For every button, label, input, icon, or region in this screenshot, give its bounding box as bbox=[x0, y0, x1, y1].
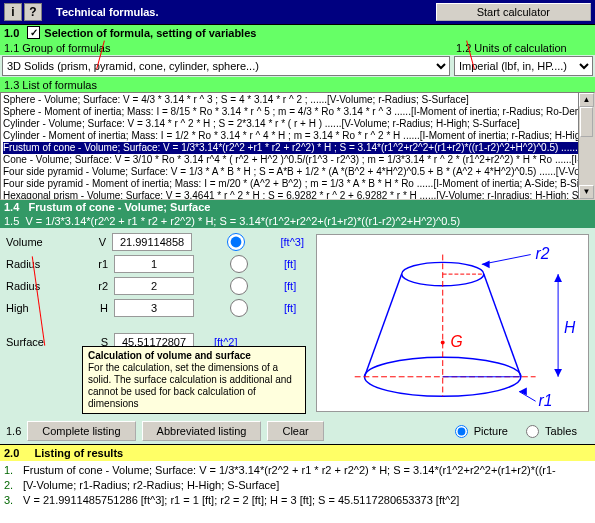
info-icon[interactable]: i bbox=[4, 3, 22, 21]
section-num: 1.4 bbox=[4, 201, 19, 213]
clear-button[interactable]: Clear bbox=[267, 421, 323, 441]
var-label: Radius bbox=[6, 280, 84, 292]
formula-row[interactable]: Cone - Volume; Surface: V = 3/10 * Ro * … bbox=[3, 154, 592, 166]
tables-label: Tables bbox=[545, 425, 577, 437]
formula-row[interactable]: Four side pyramid - Moment of inertia; M… bbox=[3, 178, 592, 190]
scroll-down-icon[interactable]: ▼ bbox=[579, 185, 594, 199]
formula-expression: V = 1/3*3.14*(r2^2 + r1 * r2 + r2^2) * H… bbox=[25, 215, 460, 227]
tooltip-title: Calculation of volume and surface bbox=[88, 350, 251, 361]
label-r1: r1 bbox=[539, 392, 553, 409]
formula-row[interactable]: Hexagonal prism - Volume; Surface: V = 3… bbox=[3, 190, 592, 200]
var-unit: [ft^3] bbox=[280, 236, 304, 248]
formula-list[interactable]: Sphere - Volume; Surface: V = 4/3 * 3.14… bbox=[0, 92, 595, 200]
tables-radio[interactable] bbox=[526, 425, 539, 438]
complete-listing-button[interactable]: Complete listing bbox=[27, 421, 135, 441]
formula-row[interactable]: Four side pyramid - Volume; Surface: V =… bbox=[3, 166, 592, 178]
svg-marker-9 bbox=[554, 274, 562, 282]
app-title: Technical formulas. bbox=[56, 6, 436, 18]
section-1-1: 1.1 Group of formulas bbox=[0, 40, 452, 55]
formula-row[interactable]: Frustum of cone - Volume; Surface: V = 1… bbox=[3, 142, 592, 154]
var-input[interactable] bbox=[114, 277, 194, 295]
var-radio[interactable] bbox=[199, 277, 279, 295]
result-row: 1. Frustum of cone - Volume; Surface: V … bbox=[4, 463, 591, 478]
section-1-3: 1.3 List of formulas bbox=[0, 77, 595, 92]
var-radio[interactable] bbox=[199, 299, 279, 317]
label-H: H bbox=[564, 319, 576, 336]
label-r2: r2 bbox=[536, 245, 550, 262]
variable-row: Radius r1 [ft] bbox=[6, 254, 304, 274]
svg-marker-10 bbox=[554, 369, 562, 377]
var-symbol: H bbox=[84, 302, 114, 314]
var-unit: [ft] bbox=[284, 302, 296, 314]
section-num: 1.0 bbox=[4, 27, 19, 39]
svg-point-11 bbox=[441, 341, 445, 345]
formula-row[interactable]: Sphere - Moment of inertia; Mass: I = 8/… bbox=[3, 106, 592, 118]
var-input[interactable] bbox=[114, 299, 194, 317]
var-radio[interactable] bbox=[199, 255, 279, 273]
section-label: Selection of formula, setting of variabl… bbox=[44, 27, 256, 39]
var-label: Surface bbox=[6, 336, 84, 348]
section-label: Units of calculation bbox=[474, 42, 566, 54]
section-num: 1.2 bbox=[456, 42, 471, 54]
start-calculator-button[interactable]: Start calculator bbox=[436, 3, 591, 21]
section-1-5: 1.5 V = 1/3*3.14*(r2^2 + r1 * r2 + r2^2)… bbox=[0, 214, 595, 228]
variable-row: Radius r2 [ft] bbox=[6, 276, 304, 296]
var-label: High bbox=[6, 302, 84, 314]
section-num: 1.6 bbox=[6, 425, 21, 437]
section-1-4: 1.4 Frustum of cone - Volume; Surface bbox=[0, 200, 595, 214]
section-num: 1.3 bbox=[4, 79, 19, 91]
diagram-panel: r2 r1 H G bbox=[316, 234, 589, 412]
tooltip-body: For the calculation, set the dimensions … bbox=[88, 362, 292, 409]
var-symbol: V bbox=[83, 236, 113, 248]
section-num: 1.1 bbox=[4, 42, 19, 54]
variable-panel: Volume V [ft^3]Radius r1 [ft]Radius r2 [… bbox=[0, 228, 310, 418]
result-row: 3. V = 21.9911485751286 [ft^3]; r1 = 1 [… bbox=[4, 493, 591, 508]
var-input[interactable] bbox=[114, 255, 194, 273]
formula-row[interactable]: Cylinder - Volume; Surface: V = 3.14 * r… bbox=[3, 118, 592, 130]
help-icon[interactable]: ? bbox=[24, 3, 42, 21]
var-symbol: r2 bbox=[84, 280, 114, 292]
variable-row: High H [ft] bbox=[6, 298, 304, 318]
titlebar: i ? Technical formulas. Start calculator bbox=[0, 0, 595, 24]
units-select[interactable]: Imperial (lbf, in, HP....) bbox=[454, 56, 593, 76]
section-label: Group of formulas bbox=[22, 42, 110, 54]
var-symbol: r1 bbox=[84, 258, 114, 270]
var-label: Radius bbox=[6, 258, 84, 270]
tooltip: Calculation of volume and surface For th… bbox=[82, 346, 306, 414]
var-label: Volume bbox=[6, 236, 83, 248]
selected-formula-name: Frustum of cone - Volume; Surface bbox=[28, 201, 210, 213]
picture-label: Picture bbox=[474, 425, 508, 437]
var-radio[interactable] bbox=[197, 233, 275, 251]
formula-row[interactable]: Cylinder - Moment of inertia; Mass: I = … bbox=[3, 130, 592, 142]
var-input[interactable] bbox=[112, 233, 192, 251]
result-row: 2. [V-Volume; r1-Radius; r2-Radius; H-Hi… bbox=[4, 478, 591, 493]
variable-row: Volume V [ft^3] bbox=[6, 232, 304, 252]
section-checkbox[interactable]: ✓ bbox=[27, 26, 40, 39]
section-2-0: 2.0 Listing of results bbox=[0, 444, 595, 461]
section-1-0: 1.0 ✓ Selection of formula, setting of v… bbox=[0, 24, 595, 40]
scroll-up-icon[interactable]: ▲ bbox=[579, 93, 594, 107]
section-label: Listing of results bbox=[35, 447, 124, 459]
variables-area: Volume V [ft^3]Radius r1 [ft]Radius r2 [… bbox=[0, 228, 595, 418]
section-label: List of formulas bbox=[22, 79, 97, 91]
formula-group-select[interactable]: 3D Solids (prism, pyramid, cone, cylinde… bbox=[2, 56, 450, 76]
scroll-thumb[interactable] bbox=[580, 107, 593, 137]
label-G: G bbox=[451, 333, 463, 350]
formula-row[interactable]: Sphere - Volume; Surface: V = 4/3 * 3.14… bbox=[3, 94, 592, 106]
section-1-2: 1.2 Units of calculation bbox=[452, 40, 595, 55]
section-num: 1.5 bbox=[4, 215, 19, 227]
picture-radio[interactable] bbox=[455, 425, 468, 438]
results-list: 1. Frustum of cone - Volume; Surface: V … bbox=[0, 461, 595, 510]
section-num: 2.0 bbox=[4, 447, 19, 459]
scrollbar[interactable]: ▲ ▼ bbox=[578, 93, 594, 199]
abbreviated-listing-button[interactable]: Abbreviated listing bbox=[142, 421, 262, 441]
var-unit: [ft] bbox=[284, 280, 296, 292]
var-unit: [ft] bbox=[284, 258, 296, 270]
svg-marker-6 bbox=[482, 260, 490, 268]
section-1-6: 1.6 Complete listing Abbreviated listing… bbox=[0, 418, 595, 444]
